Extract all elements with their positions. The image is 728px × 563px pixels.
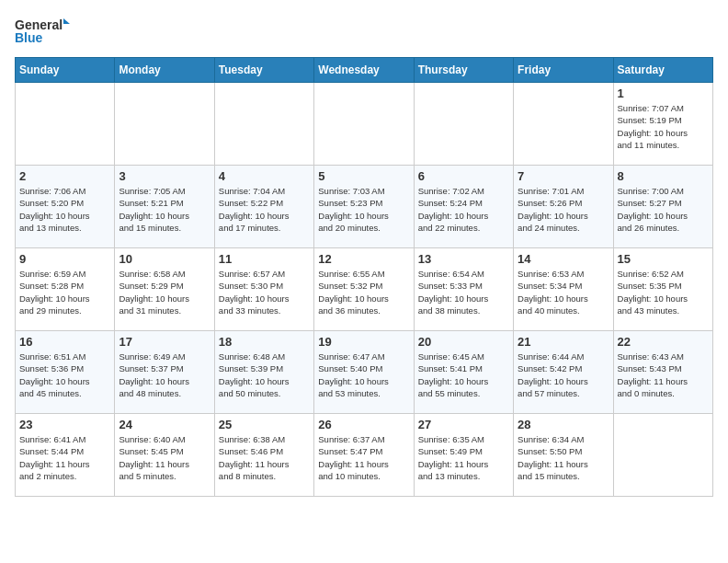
- day-info: Sunrise: 6:57 AM Sunset: 5:30 PM Dayligh…: [219, 268, 310, 316]
- day-number: 27: [418, 418, 509, 431]
- day-info: Sunrise: 7:00 AM Sunset: 5:27 PM Dayligh…: [618, 185, 709, 234]
- day-number: 2: [19, 169, 110, 183]
- calendar-cell: 28Sunrise: 6:34 AM Sunset: 5:50 PM Dayli…: [514, 414, 613, 497]
- day-number: 6: [418, 169, 509, 183]
- day-info: Sunrise: 6:59 AM Sunset: 5:28 PM Dayligh…: [19, 268, 110, 316]
- calendar-week-1: 1Sunrise: 7:07 AM Sunset: 5:19 PM Daylig…: [16, 83, 713, 166]
- calendar-cell: [16, 83, 115, 166]
- day-number: 23: [19, 418, 110, 431]
- calendar-week-2: 2Sunrise: 7:06 AM Sunset: 5:20 PM Daylig…: [16, 166, 713, 248]
- day-number: 8: [618, 169, 709, 183]
- calendar-cell: 26Sunrise: 6:37 AM Sunset: 5:47 PM Dayli…: [314, 414, 414, 497]
- calendar-cell: 11Sunrise: 6:57 AM Sunset: 5:30 PM Dayli…: [214, 248, 313, 331]
- calendar-cell: 27Sunrise: 6:35 AM Sunset: 5:49 PM Dayli…: [414, 414, 513, 497]
- day-info: Sunrise: 7:06 AM Sunset: 5:20 PM Dayligh…: [19, 185, 110, 234]
- calendar-cell: 19Sunrise: 6:47 AM Sunset: 5:40 PM Dayli…: [314, 331, 414, 414]
- day-number: 5: [318, 169, 409, 183]
- day-number: 13: [418, 252, 509, 266]
- day-number: 12: [318, 252, 409, 266]
- calendar-cell: 2Sunrise: 7:06 AM Sunset: 5:20 PM Daylig…: [16, 166, 115, 248]
- day-number: 17: [119, 335, 210, 349]
- calendar-cell: 8Sunrise: 7:00 AM Sunset: 5:27 PM Daylig…: [613, 166, 712, 248]
- day-number: 4: [219, 169, 310, 183]
- day-number: 3: [119, 169, 210, 183]
- day-info: Sunrise: 6:52 AM Sunset: 5:35 PM Dayligh…: [618, 268, 709, 316]
- logo: GeneralBlue: [15, 15, 70, 48]
- calendar-cell: [314, 83, 414, 166]
- day-info: Sunrise: 6:53 AM Sunset: 5:34 PM Dayligh…: [518, 268, 609, 316]
- day-info: Sunrise: 7:01 AM Sunset: 5:26 PM Dayligh…: [518, 185, 609, 234]
- calendar-cell: [613, 414, 712, 497]
- calendar-cell: 25Sunrise: 6:38 AM Sunset: 5:46 PM Dayli…: [214, 414, 313, 497]
- page-header: GeneralBlue: [15, 15, 713, 48]
- day-number: 20: [418, 335, 509, 349]
- calendar-cell: 23Sunrise: 6:41 AM Sunset: 5:44 PM Dayli…: [16, 414, 115, 497]
- logo-icon: GeneralBlue: [15, 15, 70, 48]
- day-header-wednesday: Wednesday: [314, 58, 414, 83]
- calendar-cell: 17Sunrise: 6:49 AM Sunset: 5:37 PM Dayli…: [115, 331, 214, 414]
- day-info: Sunrise: 6:58 AM Sunset: 5:29 PM Dayligh…: [119, 268, 210, 316]
- svg-text:Blue: Blue: [15, 30, 43, 45]
- day-number: 16: [19, 335, 110, 349]
- svg-marker-1: [63, 18, 70, 24]
- day-info: Sunrise: 6:34 AM Sunset: 5:50 PM Dayligh…: [518, 433, 609, 482]
- day-number: 15: [618, 252, 709, 266]
- day-info: Sunrise: 6:38 AM Sunset: 5:46 PM Dayligh…: [219, 433, 310, 482]
- day-number: 19: [318, 335, 409, 349]
- calendar-week-5: 23Sunrise: 6:41 AM Sunset: 5:44 PM Dayli…: [16, 414, 713, 497]
- day-header-thursday: Thursday: [414, 58, 513, 83]
- day-header-friday: Friday: [514, 58, 613, 83]
- day-info: Sunrise: 6:55 AM Sunset: 5:32 PM Dayligh…: [318, 268, 409, 316]
- calendar-table: SundayMondayTuesdayWednesdayThursdayFrid…: [15, 57, 713, 497]
- day-info: Sunrise: 6:35 AM Sunset: 5:49 PM Dayligh…: [418, 433, 509, 482]
- day-info: Sunrise: 6:47 AM Sunset: 5:40 PM Dayligh…: [318, 350, 409, 399]
- day-info: Sunrise: 6:44 AM Sunset: 5:42 PM Dayligh…: [518, 350, 609, 399]
- calendar-cell: [115, 83, 214, 166]
- day-info: Sunrise: 7:04 AM Sunset: 5:22 PM Dayligh…: [219, 185, 310, 234]
- calendar-cell: 16Sunrise: 6:51 AM Sunset: 5:36 PM Dayli…: [16, 331, 115, 414]
- day-header-tuesday: Tuesday: [214, 58, 313, 83]
- calendar-cell: 22Sunrise: 6:43 AM Sunset: 5:43 PM Dayli…: [613, 331, 712, 414]
- calendar-cell: [214, 83, 313, 166]
- day-number: 11: [219, 252, 310, 266]
- calendar-week-3: 9Sunrise: 6:59 AM Sunset: 5:28 PM Daylig…: [16, 248, 713, 331]
- calendar-cell: [514, 83, 613, 166]
- calendar-cell: 13Sunrise: 6:54 AM Sunset: 5:33 PM Dayli…: [414, 248, 513, 331]
- calendar-cell: 1Sunrise: 7:07 AM Sunset: 5:19 PM Daylig…: [613, 83, 712, 166]
- day-info: Sunrise: 6:45 AM Sunset: 5:41 PM Dayligh…: [418, 350, 509, 399]
- day-header-sunday: Sunday: [16, 58, 115, 83]
- day-info: Sunrise: 7:05 AM Sunset: 5:21 PM Dayligh…: [119, 185, 210, 234]
- calendar-cell: 18Sunrise: 6:48 AM Sunset: 5:39 PM Dayli…: [214, 331, 313, 414]
- day-number: 26: [318, 418, 409, 431]
- day-number: 9: [19, 252, 110, 266]
- day-info: Sunrise: 6:41 AM Sunset: 5:44 PM Dayligh…: [19, 433, 110, 482]
- calendar-cell: 3Sunrise: 7:05 AM Sunset: 5:21 PM Daylig…: [115, 166, 214, 248]
- day-number: 22: [618, 335, 709, 349]
- calendar-cell: 14Sunrise: 6:53 AM Sunset: 5:34 PM Dayli…: [514, 248, 613, 331]
- day-info: Sunrise: 6:43 AM Sunset: 5:43 PM Dayligh…: [618, 350, 709, 399]
- calendar-cell: 20Sunrise: 6:45 AM Sunset: 5:41 PM Dayli…: [414, 331, 513, 414]
- day-info: Sunrise: 6:54 AM Sunset: 5:33 PM Dayligh…: [418, 268, 509, 316]
- calendar-cell: 6Sunrise: 7:02 AM Sunset: 5:24 PM Daylig…: [414, 166, 513, 248]
- day-number: 28: [518, 418, 609, 431]
- day-number: 18: [219, 335, 310, 349]
- day-number: 21: [518, 335, 609, 349]
- day-number: 14: [518, 252, 609, 266]
- calendar-header-row: SundayMondayTuesdayWednesdayThursdayFrid…: [16, 58, 713, 83]
- day-info: Sunrise: 6:51 AM Sunset: 5:36 PM Dayligh…: [19, 350, 110, 399]
- day-info: Sunrise: 7:07 AM Sunset: 5:19 PM Dayligh…: [618, 102, 709, 151]
- day-info: Sunrise: 7:03 AM Sunset: 5:23 PM Dayligh…: [318, 185, 409, 234]
- day-info: Sunrise: 6:49 AM Sunset: 5:37 PM Dayligh…: [119, 350, 210, 399]
- calendar-cell: 5Sunrise: 7:03 AM Sunset: 5:23 PM Daylig…: [314, 166, 414, 248]
- calendar-cell: 24Sunrise: 6:40 AM Sunset: 5:45 PM Dayli…: [115, 414, 214, 497]
- calendar-cell: 7Sunrise: 7:01 AM Sunset: 5:26 PM Daylig…: [514, 166, 613, 248]
- calendar-cell: 9Sunrise: 6:59 AM Sunset: 5:28 PM Daylig…: [16, 248, 115, 331]
- day-number: 24: [119, 418, 210, 431]
- day-number: 7: [518, 169, 609, 183]
- calendar-cell: 15Sunrise: 6:52 AM Sunset: 5:35 PM Dayli…: [613, 248, 712, 331]
- calendar-week-4: 16Sunrise: 6:51 AM Sunset: 5:36 PM Dayli…: [16, 331, 713, 414]
- day-number: 1: [618, 86, 709, 100]
- day-number: 25: [219, 418, 310, 431]
- day-info: Sunrise: 6:40 AM Sunset: 5:45 PM Dayligh…: [119, 433, 210, 482]
- day-number: 10: [119, 252, 210, 266]
